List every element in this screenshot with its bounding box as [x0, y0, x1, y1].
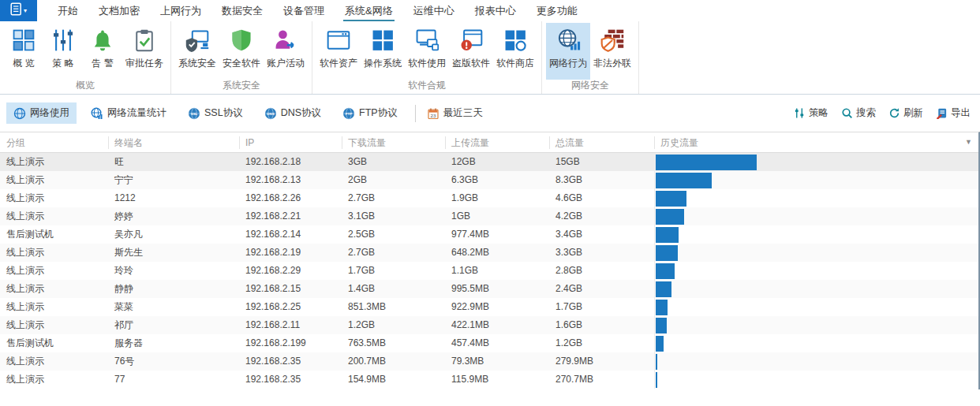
table-body: 线上演示旺192.168.2.183GB12GB15GB线上演示宁宁192.16… — [0, 153, 978, 389]
cell-download: 2GB — [342, 171, 445, 189]
app-menu-button[interactable]: ▾ — [0, 0, 37, 21]
table-row[interactable]: 线上演示婷婷192.168.2.213.1GB1GB4.2GB — [0, 207, 978, 225]
menu-tab-8[interactable]: 报表中心 — [465, 0, 526, 21]
policy-sliders-small-action-button[interactable]: 策略 — [794, 106, 829, 120]
ribbon-item-label: 盗版软件 — [452, 57, 490, 70]
system-security-icon — [185, 25, 210, 55]
illegal-connection-shield-button[interactable]: 非法外联 — [590, 23, 634, 80]
ribbon-item-label: 告 警 — [92, 57, 113, 70]
table-row[interactable]: 线上演示斯先生192.168.2.192.7GB648.2MB3.3GB — [0, 244, 978, 262]
menu-tab-3[interactable]: 上网行为 — [150, 0, 211, 21]
toolbar-actions: 策略搜索刷新导出 — [794, 106, 971, 120]
system-security-button[interactable]: 系统安全 — [175, 23, 219, 80]
export-icon — [936, 107, 948, 119]
view-tab-DNS协议[interactable]: DNSDNS协议 — [257, 102, 328, 124]
alert-bell-button[interactable]: 告 警 — [83, 23, 122, 80]
table-row[interactable]: 线上演示77192.168.2.35154.9MB115.9MB270.7MB — [0, 371, 978, 389]
cell-download: 1.4GB — [342, 280, 445, 298]
cell-total: 8.3GB — [549, 171, 654, 189]
menu-tabs: 开始文档加密上网行为数据安全设备管理系统&网络运维中心报表中心更多功能 — [47, 0, 588, 21]
column-header-4[interactable]: 上传流量 — [445, 136, 549, 149]
export-action-button[interactable]: 导出 — [936, 106, 971, 120]
view-tab-FTP协议[interactable]: FTPFTP协议 — [335, 102, 405, 124]
cell-upload: 457.4MB — [445, 334, 549, 352]
table-row[interactable]: 线上演示1212192.168.2.262.7GB1.9GB4.6GB — [0, 189, 978, 207]
cell-upload: 977.4MB — [445, 225, 549, 244]
menu-tab-1[interactable]: 开始 — [47, 0, 88, 21]
pirated-software-button[interactable]: 盗版软件 — [449, 23, 493, 80]
history-bar — [656, 173, 712, 188]
cell-upload: 648.2MB — [445, 244, 549, 262]
table-row[interactable]: 售后测试机吴亦凡192.168.2.142.5GB977.4MB3.4GB — [0, 225, 978, 244]
table-row[interactable]: 线上演示静静192.168.2.151.4GB995.5MB2.4GB — [0, 280, 978, 298]
cell-group: 线上演示 — [0, 280, 108, 298]
column-filter-icon[interactable]: ▼ — [965, 137, 972, 147]
cell-history — [654, 334, 978, 352]
account-activity-button[interactable]: 账户活动 — [264, 23, 308, 80]
ribbon-item-label: 操作系统 — [364, 57, 402, 70]
os-windows-button[interactable]: 操作系统 — [361, 23, 405, 80]
table-row[interactable]: 线上演示菜菜192.168.2.25851.3MB922.9MB1.7GB — [0, 298, 978, 316]
menu-tab-4[interactable]: 数据安全 — [211, 0, 273, 21]
column-header-2[interactable]: IP — [239, 136, 342, 149]
cell-group: 线上演示 — [0, 262, 108, 280]
cell-upload: 1GB — [445, 207, 549, 225]
cell-upload: 922.9MB — [445, 298, 549, 316]
table-row[interactable]: 线上演示76号192.168.2.35200.7MB79.3MB279.9MB — [0, 352, 978, 371]
cell-terminal: 玲玲 — [108, 262, 239, 280]
software-usage-button[interactable]: 软件使用 — [405, 23, 449, 80]
ribbon-group-items: 软件资产操作系统软件使用盗版软件软件商店 — [316, 23, 537, 80]
column-header-6[interactable]: 历史流量 — [654, 136, 978, 149]
table-row[interactable]: 线上演示旺192.168.2.183GB12GB15GB — [0, 153, 978, 171]
security-software-shield-button[interactable]: 安全软件 — [219, 23, 264, 80]
view-tab-网络流量统计[interactable]: 网络流量统计 — [84, 102, 174, 124]
menu-tab-5[interactable]: 设备管理 — [273, 0, 335, 21]
cell-ip: 192.168.2.14 — [239, 225, 342, 244]
ribbon-item-label: 软件商店 — [496, 57, 534, 70]
cell-terminal: 菜菜 — [108, 298, 239, 316]
svg-text:SSL: SSL — [191, 112, 198, 116]
menu-tab-9[interactable]: 更多功能 — [526, 0, 588, 21]
globe-ssl-icon: SSL — [188, 107, 200, 120]
app-window: ▾ 开始文档加密上网行为数据安全设备管理系统&网络运维中心报表中心更多功能 概 … — [0, 0, 980, 389]
approval-clipboard-button[interactable]: 审批任务 — [122, 23, 166, 80]
menu-tab-7[interactable]: 运维中心 — [403, 0, 465, 21]
software-asset-window-button[interactable]: 软件资产 — [316, 23, 361, 80]
cell-terminal: 宁宁 — [108, 171, 239, 189]
cell-ip: 192.168.2.35 — [239, 352, 342, 371]
column-header-5[interactable]: 总流量 — [549, 136, 654, 149]
cell-download: 1.7GB — [342, 262, 445, 280]
history-bar — [656, 263, 675, 279]
search-action-button[interactable]: 搜索 — [841, 106, 876, 120]
refresh-action-button[interactable]: 刷新 — [888, 106, 923, 120]
cell-terminal: 静静 — [108, 280, 239, 298]
overview-grid-button[interactable]: 概 览 — [4, 23, 43, 80]
ribbon-group-title: 概览 — [4, 80, 166, 94]
table-row[interactable]: 线上演示玲玲192.168.2.291.7GB1.1GB2.8GB — [0, 262, 978, 280]
software-store-button[interactable]: 软件商店 — [493, 23, 537, 80]
ribbon-item-label: 账户活动 — [267, 57, 305, 70]
alert-bell-icon — [90, 25, 115, 55]
ribbon-item-label: 安全软件 — [223, 57, 260, 70]
column-header-3[interactable]: 下载流量 — [342, 136, 445, 149]
view-tab-SSL协议[interactable]: SSLSSL协议 — [181, 102, 250, 124]
table-row[interactable]: 线上演示宁宁192.168.2.132GB6.3GB8.3GB — [0, 171, 978, 189]
table-row[interactable]: 线上演示祁厅192.168.2.111.2GB422.1MB1.6GB — [0, 316, 978, 334]
date-range-button[interactable]: 23最近三天 — [427, 106, 483, 120]
view-tab-网络使用[interactable]: 网络使用 — [6, 102, 77, 124]
action-label: 搜索 — [856, 106, 876, 120]
column-header-0[interactable]: 分组 — [0, 136, 108, 149]
table-row[interactable]: 售后测试机服务器192.168.2.199763.5MB457.4MB1.2GB — [0, 334, 978, 352]
menu-tab-6[interactable]: 系统&网络 — [335, 0, 403, 21]
ribbon-group-3: 软件资产操作系统软件使用盗版软件软件商店软件合规 — [312, 21, 542, 94]
cell-upload: 422.1MB — [445, 316, 549, 334]
cell-total: 2.4GB — [549, 280, 654, 298]
network-behavior-globe-button[interactable]: 网络行为 — [546, 23, 590, 80]
software-usage-icon — [414, 25, 440, 55]
menu-tab-2[interactable]: 文档加密 — [88, 0, 150, 21]
policy-sliders-button[interactable]: 策 略 — [43, 23, 83, 80]
cell-ip: 192.168.2.13 — [239, 171, 342, 189]
cell-total: 1.6GB — [549, 316, 654, 334]
column-header-1[interactable]: 终端名 — [108, 136, 239, 149]
cell-ip: 192.168.2.19 — [239, 244, 342, 262]
